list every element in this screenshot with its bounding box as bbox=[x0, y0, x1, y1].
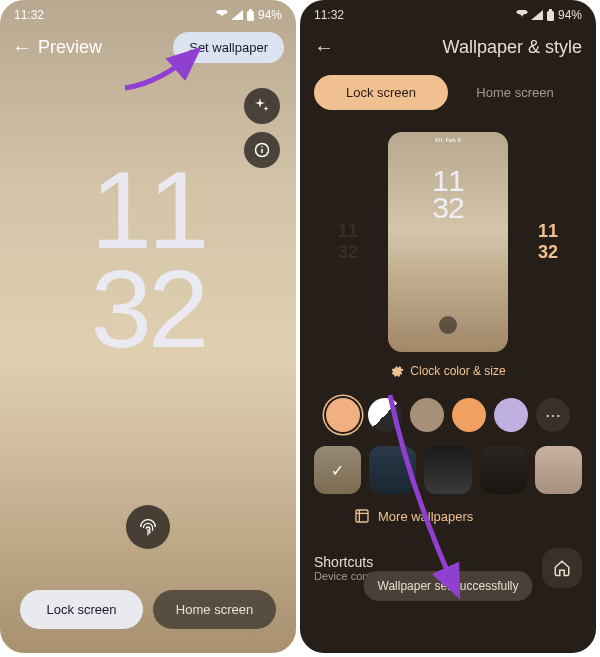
tab-lock-screen[interactable]: Lock screen bbox=[20, 590, 143, 629]
lockscreen-preview[interactable]: Fri, Feb 9 11 32 bbox=[388, 132, 508, 352]
wallpaper-thumbnails bbox=[300, 446, 596, 504]
wallpaper-icon bbox=[354, 508, 370, 524]
clock-minutes: 32 bbox=[91, 259, 205, 358]
color-swatch-4[interactable] bbox=[452, 398, 486, 432]
battery-pct: 94% bbox=[258, 8, 282, 22]
preview-header: ← Preview Set wallpaper bbox=[0, 26, 296, 69]
effects-button[interactable] bbox=[244, 88, 280, 124]
clock-color-size-button[interactable]: Clock color & size bbox=[300, 356, 596, 392]
style-header: ← Wallpaper & style bbox=[300, 26, 596, 69]
fingerprint-button[interactable] bbox=[126, 505, 170, 549]
wallpaper-thumb-2[interactable] bbox=[369, 446, 416, 494]
page-title: Wallpaper & style bbox=[443, 37, 582, 58]
svg-rect-7 bbox=[356, 510, 368, 522]
preview-tabs: Lock screen Home screen bbox=[20, 590, 276, 629]
clock-hours: 11 bbox=[91, 160, 205, 259]
info-button[interactable] bbox=[244, 132, 280, 168]
back-button[interactable]: ← bbox=[12, 36, 32, 59]
status-icons: 94% bbox=[216, 8, 282, 22]
preview-date: Fri, Feb 9 bbox=[388, 132, 508, 143]
svg-rect-5 bbox=[547, 11, 554, 21]
toast-message: Wallpaper set successfully bbox=[364, 571, 533, 601]
back-button[interactable]: ← bbox=[314, 36, 334, 59]
wallpaper-style-screen: 11:32 94% ← Wallpaper & style Lock scree… bbox=[300, 0, 596, 653]
gear-icon bbox=[390, 364, 404, 378]
tab-home-screen[interactable]: Home screen bbox=[448, 75, 582, 110]
set-wallpaper-button[interactable]: Set wallpaper bbox=[173, 32, 284, 63]
color-swatch-5[interactable] bbox=[494, 398, 528, 432]
svg-rect-0 bbox=[247, 11, 254, 21]
home-icon bbox=[553, 559, 571, 577]
tab-home-screen[interactable]: Home screen bbox=[153, 590, 276, 629]
wallpaper-thumb-4[interactable] bbox=[480, 446, 527, 494]
color-swatch-2[interactable] bbox=[368, 398, 402, 432]
color-swatch-1[interactable] bbox=[326, 398, 360, 432]
tab-lock-screen[interactable]: Lock screen bbox=[314, 75, 448, 110]
page-title: Preview bbox=[38, 37, 102, 58]
wallpaper-thumb-1[interactable] bbox=[314, 446, 361, 494]
more-colors-button[interactable]: ⋯ bbox=[536, 398, 570, 432]
svg-rect-1 bbox=[249, 9, 252, 11]
color-swatch-3[interactable] bbox=[410, 398, 444, 432]
preview-clock: 11 32 bbox=[388, 167, 508, 221]
preview-fingerprint-icon bbox=[439, 316, 457, 334]
shortcuts-title: Shortcuts bbox=[314, 554, 532, 570]
screen-tabs: Lock screen Home screen bbox=[300, 69, 596, 116]
svg-rect-6 bbox=[549, 9, 552, 11]
status-time: 11:32 bbox=[14, 8, 44, 22]
status-icons: 94% bbox=[516, 8, 582, 22]
battery-pct: 94% bbox=[558, 8, 582, 22]
status-bar: 11:32 94% bbox=[300, 0, 596, 26]
svg-point-4 bbox=[261, 146, 263, 148]
clock-style-option-2[interactable]: 11 32 bbox=[526, 212, 570, 272]
lockscreen-clock: 11 32 bbox=[91, 160, 205, 358]
clock-style-option-1[interactable]: 11 32 bbox=[326, 212, 370, 272]
status-time: 11:32 bbox=[314, 8, 344, 22]
preview-screen: 11:32 94% ← Preview Set wallpaper 11 32 … bbox=[0, 0, 296, 653]
clock-style-row: 11 32 Fri, Feb 9 11 32 11 32 bbox=[300, 116, 596, 356]
wallpaper-thumb-5[interactable] bbox=[535, 446, 582, 494]
shortcut-home-chip[interactable] bbox=[542, 548, 582, 588]
more-wallpapers-button[interactable]: More wallpapers bbox=[300, 504, 596, 538]
color-swatches: ⋯ bbox=[300, 392, 596, 446]
status-bar: 11:32 94% bbox=[0, 0, 296, 26]
wallpaper-thumb-3[interactable] bbox=[424, 446, 471, 494]
